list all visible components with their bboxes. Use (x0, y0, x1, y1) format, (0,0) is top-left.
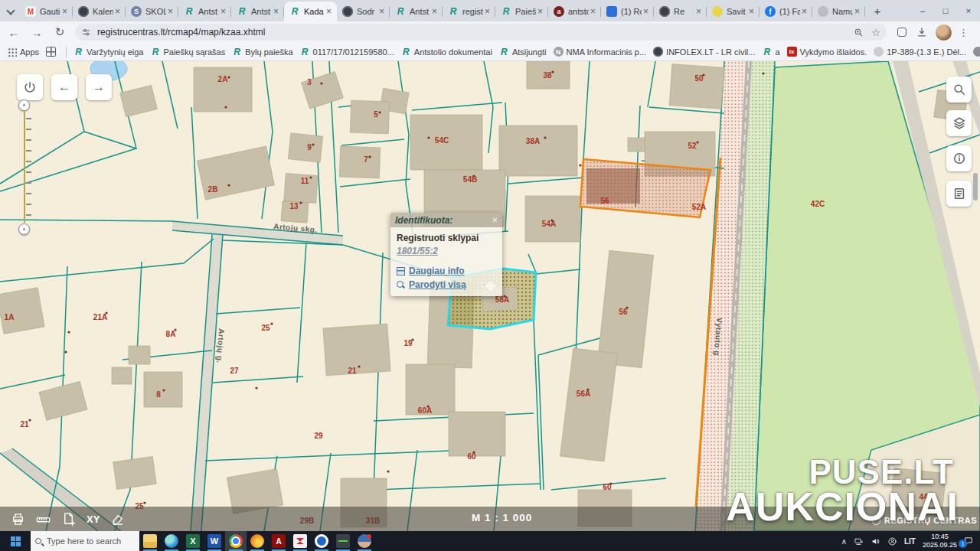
map-canvas[interactable]: 2A357911132B54C3838A54B54A505252A565656A… (0, 61, 980, 531)
taskbar-app-blue-circle[interactable] (311, 531, 332, 551)
tab-close-icon[interactable]: × (325, 6, 333, 17)
tab-close-icon[interactable]: × (430, 6, 439, 17)
new-tab-button[interactable]: + (868, 2, 887, 20)
minimize-button[interactable]: – (911, 0, 934, 21)
tab-close-icon[interactable]: × (272, 6, 280, 17)
history-back-button[interactable]: ← (51, 74, 77, 100)
parcel-number-link[interactable]: 1801/55:2 (397, 246, 438, 256)
volume-icon[interactable] (871, 536, 880, 546)
tab-close-icon[interactable]: × (694, 6, 703, 17)
zoom-out-handle[interactable] (18, 223, 30, 235)
tab-close-icon[interactable]: × (219, 6, 227, 17)
tray-chevron-icon[interactable]: ∧ (841, 537, 847, 546)
tab-antst[interactable]: Antst× (231, 2, 284, 21)
bookmark-0117-17-012159580-[interactable]: 0117/17/012159580... (300, 47, 394, 57)
tab-gauti[interactable]: Gauti× (20, 2, 73, 21)
bookmark-infolex-lt-lr-civil-[interactable]: INFOLEX.LT - LR civil... (653, 47, 755, 57)
tab-kalen[interactable]: Kalen× (73, 2, 126, 21)
close-button[interactable]: × (957, 0, 980, 21)
tab-regist[interactable]: regist× (443, 2, 495, 21)
tab-paie-[interactable]: Paieš× (495, 2, 548, 21)
tab-close-icon[interactable]: × (536, 6, 544, 17)
tab-namu[interactable]: Namu× (812, 2, 865, 21)
tab-sodr[interactable]: Sodr× (337, 2, 390, 21)
tab-close-icon[interactable]: × (166, 6, 175, 17)
ruler-tool-icon[interactable] (36, 512, 51, 527)
taskbar-app-file-explorer[interactable] (139, 531, 161, 551)
popup-link-parodyti-vis-[interactable]: Parodyti visą (397, 279, 496, 290)
forward-icon[interactable]: → (28, 23, 46, 41)
site-settings-icon[interactable] (81, 28, 91, 37)
address-bar[interactable]: registrucentras.lt/rcmap4/map/kzaa.xhtml… (75, 24, 887, 41)
bookmark-atsijungti[interactable]: Atsijungti (499, 47, 547, 57)
zoom-page-icon[interactable] (854, 28, 864, 37)
language-indicator[interactable]: LIT (904, 537, 916, 546)
taskbar-search[interactable]: Type here to search (31, 531, 139, 551)
tab-close-icon[interactable]: × (483, 6, 492, 17)
tab-antst[interactable]: Antst× (390, 2, 443, 21)
network-icon[interactable] (854, 536, 864, 546)
popup-close-icon[interactable]: × (492, 215, 498, 225)
bookmark-nma-informacinis-p-[interactable]: NMA Informacinis p... (554, 47, 647, 57)
tab-close-icon[interactable]: × (377, 6, 386, 17)
tab-close-icon[interactable]: × (642, 6, 650, 17)
bookmark-var-ytyni-eiga[interactable]: Varžytynių eiga (74, 47, 143, 57)
xy-tool-icon[interactable]: XY (87, 512, 100, 527)
tab-antst[interactable]: Antst× (178, 2, 231, 21)
start-button[interactable] (0, 531, 31, 551)
maximize-button[interactable]: □ (934, 0, 957, 21)
reload-icon[interactable]: ↻ (51, 23, 69, 41)
power-button[interactable] (17, 74, 43, 100)
taskbar-app-excel[interactable] (182, 531, 204, 551)
back-icon[interactable]: ← (5, 23, 23, 41)
tab-savit[interactable]: Savit× (707, 2, 760, 21)
downloads-ic on-wrap[interactable] (916, 26, 928, 38)
url-text[interactable]: registrucentras.lt/rcmap4/map/kzaa.xhtml (97, 27, 846, 37)
taskbar-app-scanner[interactable] (332, 531, 354, 551)
tab-close-icon[interactable]: × (747, 6, 756, 17)
tab-kada[interactable]: Kada× (284, 2, 337, 21)
tab-skol[interactable]: SKOL× (126, 2, 178, 21)
identify-popup-header[interactable]: Identifikuota: × (390, 213, 502, 227)
taskbar-app-acrobat[interactable] (268, 531, 289, 551)
zoom-slider[interactable] (17, 99, 34, 237)
bookmark-vykdymo-i-laidos-[interactable]: Vykdymo išlaidos. (787, 47, 867, 57)
bookmark-kompiuterio-paruo-[interactable]: Kompiuterio paruoš... (973, 47, 980, 57)
zoom-track[interactable] (24, 112, 25, 223)
taskbar-app-mail-red[interactable] (289, 531, 311, 551)
history-forward-button[interactable]: → (86, 74, 112, 100)
zoom-in-handle[interactable] (18, 99, 30, 111)
taskbar-app-chrome[interactable] (225, 531, 247, 551)
clock[interactable]: 10:45 2025.09.25 (923, 533, 957, 550)
eraser-tool-icon[interactable] (110, 512, 125, 527)
printer-tool-icon[interactable] (11, 512, 25, 527)
extensions-icon[interactable] (897, 28, 906, 37)
info-button[interactable] (946, 145, 972, 171)
tab-close-icon[interactable]: × (60, 6, 69, 17)
tab-close-icon[interactable]: × (589, 6, 597, 17)
tab--1-fa[interactable]: (1) Fa× (760, 2, 812, 21)
add-sheet-tool-icon[interactable] (61, 512, 76, 527)
taskbar-app-firefox[interactable] (247, 531, 268, 551)
map-search-button[interactable] (946, 77, 972, 103)
bookmark-apps[interactable]: Apps (7, 47, 39, 57)
profile-avatar[interactable] (936, 24, 952, 41)
legend-button[interactable] (946, 181, 972, 207)
taskbar-app-word[interactable] (204, 531, 225, 551)
tab-close-icon[interactable]: × (800, 6, 808, 17)
menu-kebab-icon[interactable]: ⋮ (959, 27, 969, 38)
tab-close-icon[interactable]: × (853, 6, 861, 17)
bookmark-star-icon[interactable]: ☆ (871, 27, 880, 38)
taskbar-app-edge[interactable] (161, 531, 182, 551)
bookmark-antstolio-dokumentai[interactable]: Antstolio dokumentai (401, 47, 492, 57)
bookmark-tiles[interactable] (46, 47, 59, 57)
tab--1-ro[interactable]: (1) Ro× (601, 2, 654, 21)
taskbar-app-contact[interactable] (354, 531, 375, 551)
action-center-button[interactable]: 1 (963, 536, 974, 546)
tab-close-icon[interactable]: × (113, 6, 122, 17)
tab-overflow-chevron-icon[interactable] (6, 6, 15, 15)
popup-link-daugiau-info[interactable]: Daugiau info (397, 266, 496, 276)
scrollbar-thumb[interactable] (973, 173, 978, 201)
tab-re[interactable]: Re× (654, 2, 707, 21)
bookmark-paie-k-s-ra-as[interactable]: Paieškų sąrašas (150, 47, 225, 57)
